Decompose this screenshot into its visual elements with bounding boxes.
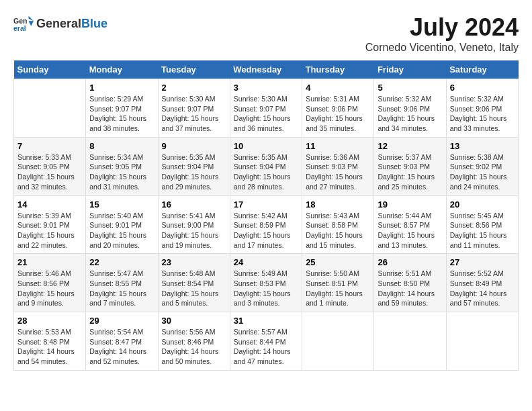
day-info: Sunrise: 5:32 AM Sunset: 9:06 PM Dayligh… [450,94,515,134]
day-info: Sunrise: 5:46 AM Sunset: 8:56 PM Dayligh… [17,269,82,308]
table-row: 31 Sunrise: 5:57 AM Sunset: 8:44 PM Dayl… [230,312,302,371]
day-number: 7 [17,141,82,151]
day-number: 16 [162,199,226,210]
day-info: Sunrise: 5:34 AM Sunset: 9:05 PM Dayligh… [89,152,154,192]
day-number: 4 [306,83,370,93]
header-friday: Friday [374,60,446,79]
table-row: 16 Sunrise: 5:41 AM Sunset: 9:00 PM Dayl… [158,195,230,254]
day-info: Sunrise: 5:53 AM Sunset: 8:48 PM Dayligh… [17,327,82,367]
table-row: 9 Sunrise: 5:35 AM Sunset: 9:04 PM Dayli… [158,137,230,195]
day-number: 22 [89,257,154,267]
table-row: 10 Sunrise: 5:35 AM Sunset: 9:04 PM Dayl… [230,137,302,195]
table-row: 27 Sunrise: 5:52 AM Sunset: 8:49 PM Dayl… [446,254,518,312]
table-row: 6 Sunrise: 5:32 AM Sunset: 9:06 PM Dayli… [446,79,518,138]
calendar-week-4: 21 Sunrise: 5:46 AM Sunset: 8:56 PM Dayl… [14,254,519,312]
table-row: 26 Sunrise: 5:51 AM Sunset: 8:50 PM Dayl… [374,254,446,312]
day-number: 3 [234,83,298,93]
table-row: 2 Sunrise: 5:30 AM Sunset: 9:07 PM Dayli… [158,79,230,138]
table-row: 12 Sunrise: 5:37 AM Sunset: 9:03 PM Dayl… [374,137,446,195]
table-row: 23 Sunrise: 5:48 AM Sunset: 8:54 PM Dayl… [158,254,230,312]
day-info: Sunrise: 5:54 AM Sunset: 8:47 PM Dayligh… [89,327,154,367]
day-info: Sunrise: 5:56 AM Sunset: 8:46 PM Dayligh… [162,327,226,367]
table-row: 14 Sunrise: 5:39 AM Sunset: 9:01 PM Dayl… [14,195,86,254]
day-number: 26 [378,257,442,267]
svg-marker-3 [29,21,34,26]
svg-marker-2 [29,16,34,21]
day-info: Sunrise: 5:35 AM Sunset: 9:04 PM Dayligh… [234,152,298,192]
day-info: Sunrise: 5:33 AM Sunset: 9:05 PM Dayligh… [17,152,82,192]
day-number: 30 [162,316,226,326]
table-row: 11 Sunrise: 5:36 AM Sunset: 9:03 PM Dayl… [302,137,374,195]
day-number: 12 [378,141,442,151]
header-thursday: Thursday [302,60,374,79]
day-info: Sunrise: 5:36 AM Sunset: 9:03 PM Dayligh… [306,152,370,192]
table-row [302,312,374,371]
day-info: Sunrise: 5:30 AM Sunset: 9:07 PM Dayligh… [234,94,298,134]
day-info: Sunrise: 5:43 AM Sunset: 8:58 PM Dayligh… [306,211,370,250]
logo-blue: Blue [81,17,107,31]
logo-general: General [36,17,81,31]
day-info: Sunrise: 5:35 AM Sunset: 9:04 PM Dayligh… [162,152,226,192]
day-info: Sunrise: 5:42 AM Sunset: 8:59 PM Dayligh… [234,211,298,250]
day-number: 25 [306,257,370,267]
day-number: 23 [162,257,226,267]
day-number: 31 [234,316,298,326]
calendar-week-1: 1 Sunrise: 5:29 AM Sunset: 9:07 PM Dayli… [14,79,519,138]
day-number: 21 [17,257,82,267]
table-row: 1 Sunrise: 5:29 AM Sunset: 9:07 PM Dayli… [86,79,158,138]
day-info: Sunrise: 5:50 AM Sunset: 8:51 PM Dayligh… [306,269,370,308]
day-info: Sunrise: 5:47 AM Sunset: 8:55 PM Dayligh… [89,269,154,308]
table-row: 28 Sunrise: 5:53 AM Sunset: 8:48 PM Dayl… [14,312,86,371]
calendar-table: Sunday Monday Tuesday Wednesday Thursday… [13,60,519,371]
table-row: 30 Sunrise: 5:56 AM Sunset: 8:46 PM Dayl… [158,312,230,371]
day-info: Sunrise: 5:49 AM Sunset: 8:53 PM Dayligh… [234,269,298,308]
page-subtitle: Cornedo Vicentino, Veneto, Italy [365,42,519,54]
day-info: Sunrise: 5:45 AM Sunset: 8:56 PM Dayligh… [450,211,515,250]
day-number: 9 [162,141,226,151]
day-info: Sunrise: 5:52 AM Sunset: 8:49 PM Dayligh… [450,269,515,308]
day-info: Sunrise: 5:39 AM Sunset: 9:01 PM Dayligh… [17,211,82,250]
title-area: July 2024 Cornedo Vicentino, Veneto, Ita… [365,13,519,54]
logo: Gen eral GeneralBlue [13,13,107,34]
day-number: 6 [450,83,515,93]
table-row: 22 Sunrise: 5:47 AM Sunset: 8:55 PM Dayl… [86,254,158,312]
table-row: 5 Sunrise: 5:32 AM Sunset: 9:06 PM Dayli… [374,79,446,138]
table-row: 29 Sunrise: 5:54 AM Sunset: 8:47 PM Dayl… [86,312,158,371]
day-number: 1 [89,83,154,93]
day-number: 29 [89,316,154,326]
day-number: 27 [450,257,515,267]
page-header: Gen eral GeneralBlue July 2024 Cornedo V… [13,13,519,54]
table-row: 13 Sunrise: 5:38 AM Sunset: 9:02 PM Dayl… [446,137,518,195]
day-number: 24 [234,257,298,267]
logo-text-block: GeneralBlue [36,17,107,31]
day-number: 20 [450,199,515,210]
table-row [14,79,86,138]
day-info: Sunrise: 5:41 AM Sunset: 9:00 PM Dayligh… [162,211,226,250]
day-number: 15 [89,199,154,210]
table-row: 8 Sunrise: 5:34 AM Sunset: 9:05 PM Dayli… [86,137,158,195]
day-number: 11 [306,141,370,151]
day-number: 2 [162,83,226,93]
table-row: 7 Sunrise: 5:33 AM Sunset: 9:05 PM Dayli… [14,137,86,195]
calendar-week-5: 28 Sunrise: 5:53 AM Sunset: 8:48 PM Dayl… [14,312,519,371]
day-number: 14 [17,199,82,210]
day-info: Sunrise: 5:37 AM Sunset: 9:03 PM Dayligh… [378,152,442,192]
day-number: 19 [378,199,442,210]
day-number: 28 [17,316,82,326]
day-info: Sunrise: 5:30 AM Sunset: 9:07 PM Dayligh… [162,94,226,134]
table-row [446,312,518,371]
day-info: Sunrise: 5:31 AM Sunset: 9:06 PM Dayligh… [306,94,370,134]
day-info: Sunrise: 5:40 AM Sunset: 9:01 PM Dayligh… [89,211,154,250]
svg-text:eral: eral [13,24,26,32]
day-info: Sunrise: 5:51 AM Sunset: 8:50 PM Dayligh… [378,269,442,308]
header-monday: Monday [86,60,158,79]
day-number: 8 [89,141,154,151]
table-row: 4 Sunrise: 5:31 AM Sunset: 9:06 PM Dayli… [302,79,374,138]
day-number: 13 [450,141,515,151]
table-row: 25 Sunrise: 5:50 AM Sunset: 8:51 PM Dayl… [302,254,374,312]
header-wednesday: Wednesday [230,60,302,79]
calendar-week-2: 7 Sunrise: 5:33 AM Sunset: 9:05 PM Dayli… [14,137,519,195]
header-sunday: Sunday [14,60,86,79]
calendar-header-row: Sunday Monday Tuesday Wednesday Thursday… [14,60,519,79]
day-number: 10 [234,141,298,151]
